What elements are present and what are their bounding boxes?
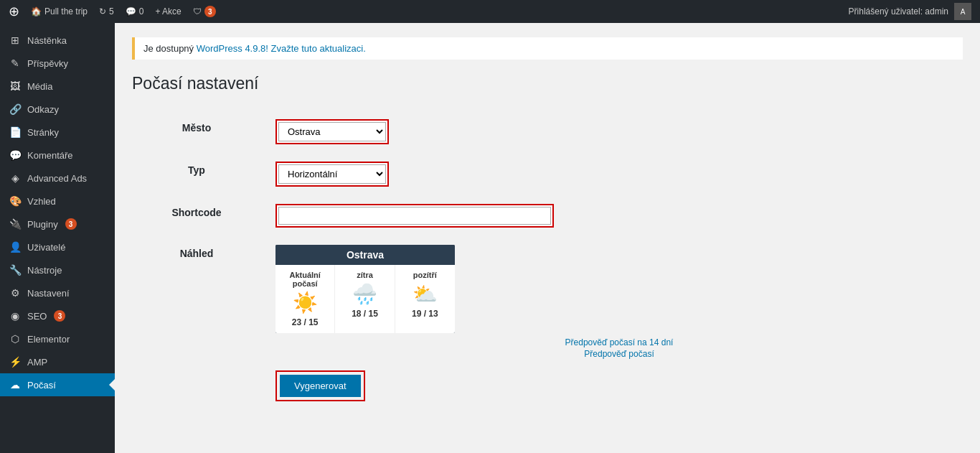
sidebar-item-uzivatele[interactable]: 👤Uživatelé xyxy=(0,235,115,258)
sidebar-item-advanced-ads[interactable]: ◈Advanced Ads xyxy=(0,167,115,190)
sidebar-label-pocasi: Počasí xyxy=(27,380,56,391)
sidebar-label-komentare: Komentáře xyxy=(27,150,73,161)
typ-select[interactable]: Horizontální xyxy=(278,164,386,184)
sidebar-label-advanced-ads: Advanced Ads xyxy=(27,173,87,184)
generate-button[interactable]: Vygenerovat xyxy=(280,375,361,397)
sidebar-item-amp[interactable]: ⚡AMP xyxy=(0,350,115,373)
sidebar: ⊞Nástěnka✎Příspěvky🖼Média🔗Odkazy📄Stránky… xyxy=(0,23,115,453)
sidebar-item-prispevky[interactable]: ✎Příspěvky xyxy=(0,52,115,75)
prispevky-icon: ✎ xyxy=(9,57,22,69)
sidebar-item-komentare[interactable]: 💬Komentáře xyxy=(0,144,115,167)
sidebar-label-uzivatele: Uživatelé xyxy=(27,242,65,253)
forecast-link[interactable]: Předpověď počasí xyxy=(584,349,654,359)
pocasi-icon: ☁ xyxy=(9,379,22,391)
sidebar-label-stranky: Stránky xyxy=(27,127,59,138)
weather-city: Ostrava xyxy=(275,245,455,265)
shortcode-wrapper xyxy=(275,204,554,228)
weather-col-dayafter: pozítří ⛅ 19 / 13 xyxy=(395,265,455,333)
comments-icon: 💬 xyxy=(126,6,136,17)
site-name[interactable]: 🏠 Pull the trip xyxy=(31,6,88,17)
badge-seo: 3 xyxy=(54,310,65,322)
avatar: A xyxy=(954,3,971,20)
sidebar-label-elementor: Elementor xyxy=(27,334,70,345)
sidebar-label-odkazy: Odkazy xyxy=(27,104,59,115)
updates[interactable]: ↻ 5 xyxy=(99,6,114,17)
sidebar-item-stranky[interactable]: 📄Stránky xyxy=(0,121,115,144)
elementor-icon: ⬡ xyxy=(9,333,22,345)
sidebar-label-nastroje: Nástroje xyxy=(27,265,62,276)
update-notice: Je dostupný WordPress 4.9.8! Zvažte tuto… xyxy=(132,37,963,60)
weather-temp-tomorrow: 18 / 15 xyxy=(338,309,391,319)
mesto-label: Město xyxy=(182,122,211,134)
stranky-icon: 📄 xyxy=(9,126,22,138)
weather-col-tomorrow: zítra 🌧️ 18 / 15 xyxy=(335,265,395,333)
weather-temp-dayafter: 19 / 13 xyxy=(398,309,452,319)
badge-pluginy: 3 xyxy=(65,218,77,230)
sidebar-label-seo: SEO xyxy=(27,311,47,322)
home-icon: 🏠 xyxy=(31,6,42,17)
sidebar-item-pocasi[interactable]: ☁Počasí xyxy=(0,373,115,396)
sidebar-item-nastroje[interactable]: 🔧Nástroje xyxy=(0,258,115,281)
wp-logo-icon: ⊕ xyxy=(9,4,19,19)
weather-links: Předpověď počasí na 14 dní Předpověď poč… xyxy=(275,337,963,359)
weather-label-dayafter: pozítří xyxy=(398,271,452,279)
sidebar-item-elementor[interactable]: ⬡Elementor xyxy=(0,327,115,350)
amp-icon: ⚡ xyxy=(9,356,22,368)
shortcode-input[interactable] xyxy=(278,207,551,225)
main-content: Je dostupný WordPress 4.9.8! Zvažte tuto… xyxy=(115,23,980,453)
mesto-select[interactable]: Ostrava xyxy=(278,122,386,141)
wp-logo[interactable]: ⊕ xyxy=(9,4,19,19)
sidebar-item-odkazy[interactable]: 🔗Odkazy xyxy=(0,98,115,121)
generate-wrapper: Vygenerovat xyxy=(275,370,365,401)
sidebar-label-pluginy: Pluginy xyxy=(27,219,58,230)
sidebar-label-prispevky: Příspěvky xyxy=(27,58,68,69)
typ-row: Typ Horizontální xyxy=(132,153,963,195)
wordpress-update-link[interactable]: WordPress 4.9.8! xyxy=(197,43,268,54)
updates-icon: ↻ xyxy=(99,6,106,17)
admin-user-area: Přihlášený uživatel: admin A xyxy=(849,3,971,20)
new-content[interactable]: + Akce xyxy=(155,6,181,17)
vzhled-icon: 🎨 xyxy=(9,195,22,207)
mesto-select-wrapper: Ostrava xyxy=(275,119,389,144)
nastroje-icon: 🔧 xyxy=(9,264,22,276)
weather-grid: Aktuální počasí ☀️ 23 / 15 zítra 🌧️ 18 /… xyxy=(275,265,455,333)
sidebar-item-pluginy[interactable]: 🔌Pluginy3 xyxy=(0,213,115,235)
weather-icon-dayafter: ⛅ xyxy=(398,282,452,306)
weather-temp-current: 23 / 15 xyxy=(278,317,331,327)
seo-icon: ◉ xyxy=(9,310,22,322)
shield-icon: 🛡 xyxy=(193,6,202,17)
weather-label-tomorrow: zítra xyxy=(338,271,391,279)
sidebar-label-amp: AMP xyxy=(27,357,47,368)
nastenska-icon: ⊞ xyxy=(9,34,22,46)
page-title: Počasí nastavení xyxy=(132,74,963,93)
uzivatele-icon: 👤 xyxy=(9,241,22,253)
settings-form: Město Ostrava Typ Horizontální xyxy=(132,111,963,410)
comments[interactable]: 💬 0 xyxy=(126,6,144,17)
weather-label-current: Aktuální počasí xyxy=(278,271,331,288)
shortcode-row: Shortcode xyxy=(132,195,963,236)
typ-select-wrapper: Horizontální xyxy=(275,162,389,187)
odkazy-icon: 🔗 xyxy=(9,103,22,115)
nahled-label: Náhled xyxy=(180,248,214,259)
nastaveni-icon: ⚙ xyxy=(9,287,22,299)
sidebar-item-seo[interactable]: ◉SEO3 xyxy=(0,304,115,327)
sidebar-item-media[interactable]: 🖼Média xyxy=(0,75,115,98)
weather-widget: Ostrava Aktuální počasí ☀️ 23 / 15 zítra… xyxy=(275,245,455,333)
wp-version[interactable]: 🛡 3 xyxy=(193,6,216,17)
pluginy-icon: 🔌 xyxy=(9,218,22,230)
media-icon: 🖼 xyxy=(9,80,22,92)
sidebar-label-nastenska: Nástěnka xyxy=(27,35,67,46)
update-action-link[interactable]: Zvažte tuto aktualizaci. xyxy=(271,43,366,54)
weather-col-current: Aktuální počasí ☀️ 23 / 15 xyxy=(275,265,335,333)
sidebar-item-vzhled[interactable]: 🎨Vzhled xyxy=(0,190,115,213)
admin-bar: ⊕ 🏠 Pull the trip ↻ 5 💬 0 + Akce 🛡 3 Při… xyxy=(0,0,980,23)
sidebar-label-media: Média xyxy=(27,81,52,92)
komentare-icon: 💬 xyxy=(9,149,22,161)
nahled-row: Náhled Ostrava Aktuální počasí ☀️ 23 / 1… xyxy=(132,236,963,410)
forecast-14-link[interactable]: Předpověď počasí na 14 dní xyxy=(565,337,674,347)
weather-icon-current: ☀️ xyxy=(278,291,331,314)
typ-label: Typ xyxy=(188,164,205,176)
sidebar-item-nastaveni[interactable]: ⚙Nastavení xyxy=(0,281,115,304)
sidebar-item-nastenska[interactable]: ⊞Nástěnka xyxy=(0,29,115,52)
shortcode-label: Shortcode xyxy=(171,207,221,218)
